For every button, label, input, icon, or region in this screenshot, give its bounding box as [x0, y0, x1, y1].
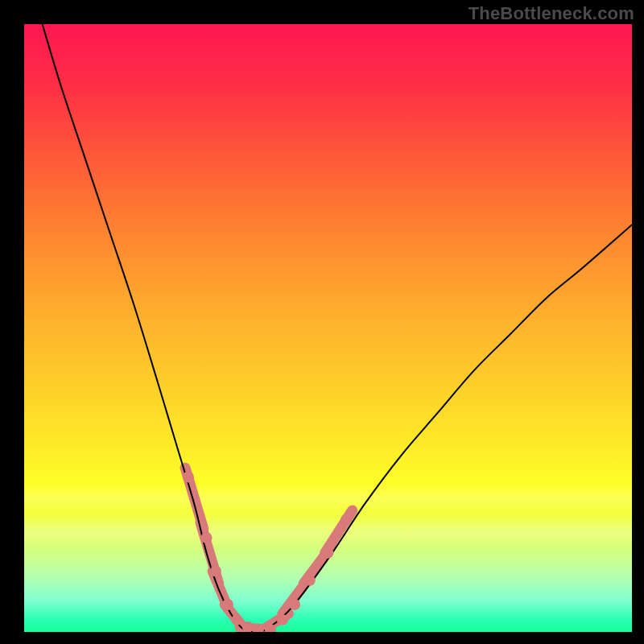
highlight-marker	[183, 471, 194, 482]
highlight-marker	[289, 599, 300, 610]
watermark-text: TheBottleneck.com	[469, 3, 634, 24]
highlight-marker	[210, 566, 221, 577]
highlight-marker	[231, 614, 242, 625]
highlight-marker	[341, 514, 352, 525]
plot-area	[24, 24, 632, 632]
highlight-marker	[222, 599, 233, 610]
highlight-marker	[323, 547, 334, 559]
highlight-marker	[201, 532, 213, 543]
highlight-marker	[304, 575, 316, 586]
curve-svg	[24, 24, 632, 632]
chart-container: TheBottleneck.com	[0, 0, 644, 644]
highlight-marker	[277, 614, 288, 625]
